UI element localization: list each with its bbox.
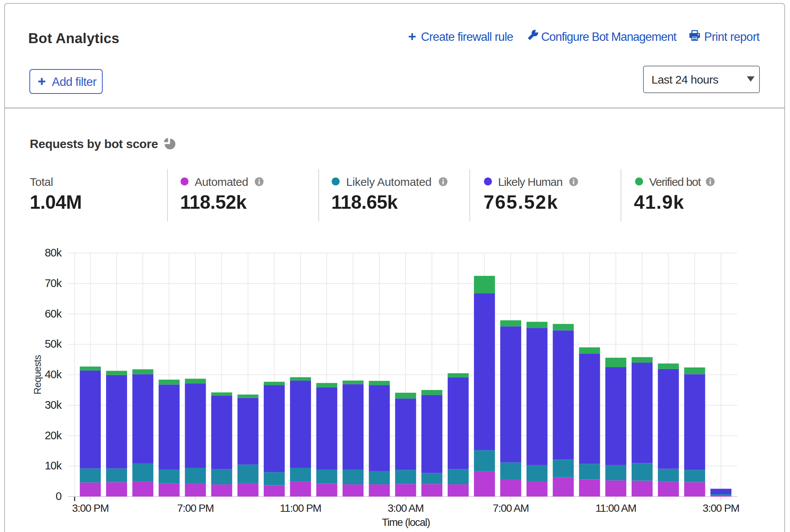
svg-text:20k: 20k <box>45 429 62 442</box>
svg-text:3:00 AM: 3:00 AM <box>388 502 424 514</box>
svg-text:11:00 AM: 11:00 AM <box>595 502 636 514</box>
svg-text:60k: 60k <box>45 308 62 320</box>
svg-text:7:00 AM: 7:00 AM <box>493 502 529 514</box>
svg-text:50k: 50k <box>45 338 62 350</box>
svg-text:7:00 PM: 7:00 PM <box>177 502 214 514</box>
svg-text:3:00 PM: 3:00 PM <box>72 502 109 514</box>
svg-text:30k: 30k <box>45 399 62 411</box>
svg-text:80k: 80k <box>45 247 62 259</box>
svg-text:10k: 10k <box>45 459 62 472</box>
svg-text:3:00 PM: 3:00 PM <box>703 502 739 514</box>
svg-text:11:00 PM: 11:00 PM <box>280 502 321 514</box>
svg-text:Time (local): Time (local) <box>382 517 430 528</box>
svg-text:Requests: Requests <box>32 355 43 394</box>
svg-text:0: 0 <box>56 490 61 502</box>
svg-text:70k: 70k <box>45 277 62 289</box>
svg-text:40k: 40k <box>45 368 62 380</box>
